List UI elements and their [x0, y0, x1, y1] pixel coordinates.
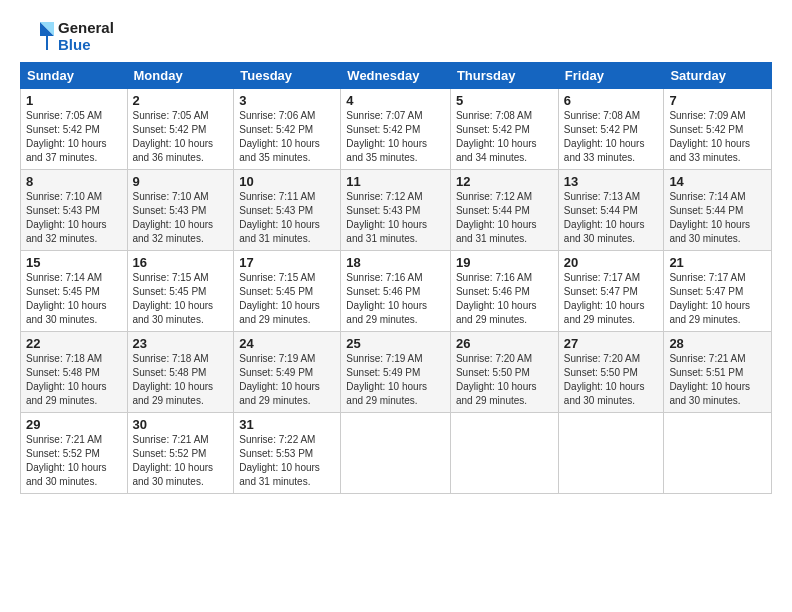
day-number: 11: [346, 174, 445, 189]
day-info: Sunrise: 7:14 AM Sunset: 5:45 PM Dayligh…: [26, 271, 122, 327]
day-info: Sunrise: 7:16 AM Sunset: 5:46 PM Dayligh…: [456, 271, 553, 327]
day-number: 15: [26, 255, 122, 270]
weekday-header-cell: Thursday: [450, 63, 558, 89]
day-info: Sunrise: 7:08 AM Sunset: 5:42 PM Dayligh…: [564, 109, 659, 165]
weekday-header-cell: Saturday: [664, 63, 772, 89]
day-number: 6: [564, 93, 659, 108]
calendar-day-cell: 17 Sunrise: 7:15 AM Sunset: 5:45 PM Dayl…: [234, 251, 341, 332]
calendar-day-cell: 5 Sunrise: 7:08 AM Sunset: 5:42 PM Dayli…: [450, 89, 558, 170]
day-info: Sunrise: 7:17 AM Sunset: 5:47 PM Dayligh…: [669, 271, 766, 327]
day-number: 8: [26, 174, 122, 189]
day-number: 20: [564, 255, 659, 270]
calendar-day-cell: 6 Sunrise: 7:08 AM Sunset: 5:42 PM Dayli…: [558, 89, 664, 170]
day-number: 4: [346, 93, 445, 108]
calendar-day-cell: 3 Sunrise: 7:06 AM Sunset: 5:42 PM Dayli…: [234, 89, 341, 170]
day-info: Sunrise: 7:16 AM Sunset: 5:46 PM Dayligh…: [346, 271, 445, 327]
calendar-day-cell: 26 Sunrise: 7:20 AM Sunset: 5:50 PM Dayl…: [450, 332, 558, 413]
day-info: Sunrise: 7:10 AM Sunset: 5:43 PM Dayligh…: [133, 190, 229, 246]
calendar-week-row: 22 Sunrise: 7:18 AM Sunset: 5:48 PM Dayl…: [21, 332, 772, 413]
calendar-day-cell: 11 Sunrise: 7:12 AM Sunset: 5:43 PM Dayl…: [341, 170, 451, 251]
day-info: Sunrise: 7:12 AM Sunset: 5:44 PM Dayligh…: [456, 190, 553, 246]
calendar-day-cell: 10 Sunrise: 7:11 AM Sunset: 5:43 PM Dayl…: [234, 170, 341, 251]
calendar-day-cell: 16 Sunrise: 7:15 AM Sunset: 5:45 PM Dayl…: [127, 251, 234, 332]
calendar-day-cell: 22 Sunrise: 7:18 AM Sunset: 5:48 PM Dayl…: [21, 332, 128, 413]
day-number: 13: [564, 174, 659, 189]
day-number: 5: [456, 93, 553, 108]
calendar-day-cell: 4 Sunrise: 7:07 AM Sunset: 5:42 PM Dayli…: [341, 89, 451, 170]
day-info: Sunrise: 7:12 AM Sunset: 5:43 PM Dayligh…: [346, 190, 445, 246]
day-info: Sunrise: 7:05 AM Sunset: 5:42 PM Dayligh…: [133, 109, 229, 165]
calendar-day-cell: 7 Sunrise: 7:09 AM Sunset: 5:42 PM Dayli…: [664, 89, 772, 170]
weekday-header-cell: Wednesday: [341, 63, 451, 89]
calendar-day-cell: 28 Sunrise: 7:21 AM Sunset: 5:51 PM Dayl…: [664, 332, 772, 413]
calendar-week-row: 8 Sunrise: 7:10 AM Sunset: 5:43 PM Dayli…: [21, 170, 772, 251]
calendar-day-cell: 29 Sunrise: 7:21 AM Sunset: 5:52 PM Dayl…: [21, 413, 128, 494]
calendar-day-cell: 19 Sunrise: 7:16 AM Sunset: 5:46 PM Dayl…: [450, 251, 558, 332]
calendar-week-row: 1 Sunrise: 7:05 AM Sunset: 5:42 PM Dayli…: [21, 89, 772, 170]
weekday-header-cell: Sunday: [21, 63, 128, 89]
calendar-day-cell: 9 Sunrise: 7:10 AM Sunset: 5:43 PM Dayli…: [127, 170, 234, 251]
calendar-day-cell: 15 Sunrise: 7:14 AM Sunset: 5:45 PM Dayl…: [21, 251, 128, 332]
day-info: Sunrise: 7:11 AM Sunset: 5:43 PM Dayligh…: [239, 190, 335, 246]
calendar-day-cell: 30 Sunrise: 7:21 AM Sunset: 5:52 PM Dayl…: [127, 413, 234, 494]
day-number: 27: [564, 336, 659, 351]
calendar-day-cell: 8 Sunrise: 7:10 AM Sunset: 5:43 PM Dayli…: [21, 170, 128, 251]
calendar-day-cell: 12 Sunrise: 7:12 AM Sunset: 5:44 PM Dayl…: [450, 170, 558, 251]
logo-graphic: [20, 18, 56, 54]
calendar-day-cell: 24 Sunrise: 7:19 AM Sunset: 5:49 PM Dayl…: [234, 332, 341, 413]
weekday-header-cell: Tuesday: [234, 63, 341, 89]
day-info: Sunrise: 7:18 AM Sunset: 5:48 PM Dayligh…: [26, 352, 122, 408]
calendar-day-cell: [558, 413, 664, 494]
day-number: 18: [346, 255, 445, 270]
day-number: 29: [26, 417, 122, 432]
day-number: 24: [239, 336, 335, 351]
day-info: Sunrise: 7:15 AM Sunset: 5:45 PM Dayligh…: [239, 271, 335, 327]
logo-blue: Blue: [58, 36, 114, 53]
day-number: 23: [133, 336, 229, 351]
calendar-day-cell: 13 Sunrise: 7:13 AM Sunset: 5:44 PM Dayl…: [558, 170, 664, 251]
day-number: 28: [669, 336, 766, 351]
calendar-week-row: 15 Sunrise: 7:14 AM Sunset: 5:45 PM Dayl…: [21, 251, 772, 332]
logo-general: General: [58, 19, 114, 36]
day-number: 9: [133, 174, 229, 189]
calendar-day-cell: 21 Sunrise: 7:17 AM Sunset: 5:47 PM Dayl…: [664, 251, 772, 332]
header: General Blue: [20, 18, 772, 54]
day-info: Sunrise: 7:19 AM Sunset: 5:49 PM Dayligh…: [346, 352, 445, 408]
weekday-header-cell: Monday: [127, 63, 234, 89]
day-number: 26: [456, 336, 553, 351]
day-number: 30: [133, 417, 229, 432]
calendar-day-cell: 20 Sunrise: 7:17 AM Sunset: 5:47 PM Dayl…: [558, 251, 664, 332]
day-info: Sunrise: 7:21 AM Sunset: 5:52 PM Dayligh…: [26, 433, 122, 489]
day-number: 17: [239, 255, 335, 270]
day-info: Sunrise: 7:20 AM Sunset: 5:50 PM Dayligh…: [456, 352, 553, 408]
day-info: Sunrise: 7:07 AM Sunset: 5:42 PM Dayligh…: [346, 109, 445, 165]
day-info: Sunrise: 7:06 AM Sunset: 5:42 PM Dayligh…: [239, 109, 335, 165]
day-info: Sunrise: 7:05 AM Sunset: 5:42 PM Dayligh…: [26, 109, 122, 165]
calendar-table: SundayMondayTuesdayWednesdayThursdayFrid…: [20, 62, 772, 494]
day-number: 25: [346, 336, 445, 351]
calendar-body: 1 Sunrise: 7:05 AM Sunset: 5:42 PM Dayli…: [21, 89, 772, 494]
calendar-day-cell: [664, 413, 772, 494]
day-info: Sunrise: 7:13 AM Sunset: 5:44 PM Dayligh…: [564, 190, 659, 246]
day-number: 3: [239, 93, 335, 108]
day-number: 12: [456, 174, 553, 189]
day-number: 16: [133, 255, 229, 270]
day-number: 10: [239, 174, 335, 189]
calendar-day-cell: [450, 413, 558, 494]
calendar-day-cell: 14 Sunrise: 7:14 AM Sunset: 5:44 PM Dayl…: [664, 170, 772, 251]
calendar-day-cell: 23 Sunrise: 7:18 AM Sunset: 5:48 PM Dayl…: [127, 332, 234, 413]
calendar-day-cell: 25 Sunrise: 7:19 AM Sunset: 5:49 PM Dayl…: [341, 332, 451, 413]
day-info: Sunrise: 7:19 AM Sunset: 5:49 PM Dayligh…: [239, 352, 335, 408]
calendar-day-cell: 2 Sunrise: 7:05 AM Sunset: 5:42 PM Dayli…: [127, 89, 234, 170]
calendar-day-cell: 31 Sunrise: 7:22 AM Sunset: 5:53 PM Dayl…: [234, 413, 341, 494]
weekday-header: SundayMondayTuesdayWednesdayThursdayFrid…: [21, 63, 772, 89]
day-number: 19: [456, 255, 553, 270]
weekday-header-cell: Friday: [558, 63, 664, 89]
day-number: 1: [26, 93, 122, 108]
day-number: 14: [669, 174, 766, 189]
day-info: Sunrise: 7:10 AM Sunset: 5:43 PM Dayligh…: [26, 190, 122, 246]
day-number: 21: [669, 255, 766, 270]
day-info: Sunrise: 7:17 AM Sunset: 5:47 PM Dayligh…: [564, 271, 659, 327]
day-info: Sunrise: 7:21 AM Sunset: 5:51 PM Dayligh…: [669, 352, 766, 408]
logo-text: General Blue: [58, 19, 114, 54]
